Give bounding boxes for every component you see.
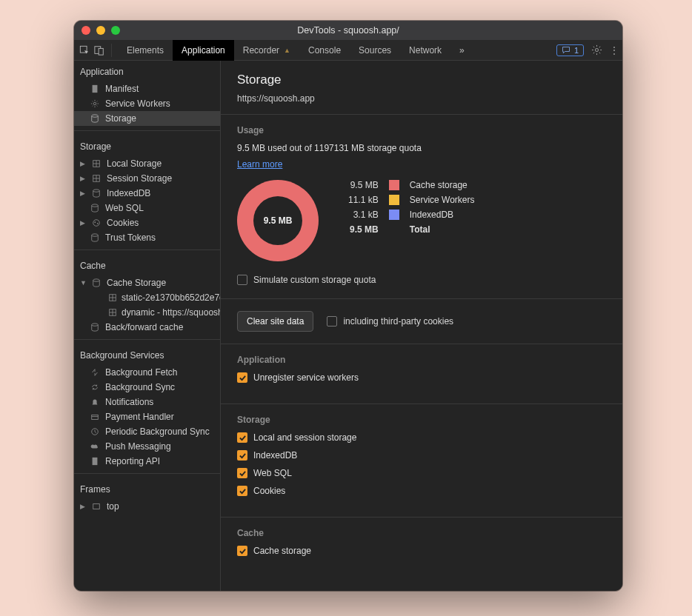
third-party-cookies-checkbox[interactable] [327, 316, 337, 327]
application-sidebar: Application Manifest Service Workers Sto… [74, 61, 221, 591]
sidebar-item-manifest[interactable]: Manifest [74, 81, 220, 96]
database-icon [92, 189, 102, 198]
sidebar-item-push-messaging[interactable]: Push Messaging [74, 439, 220, 454]
sidebar-item-storage[interactable]: Storage [74, 111, 220, 126]
svg-point-6 [92, 115, 99, 117]
learn-more-link[interactable]: Learn more [237, 159, 282, 170]
legend-swatch-icon [389, 180, 399, 190]
sidebar-item-session-storage[interactable]: ▶ Session Storage [74, 171, 220, 186]
window-title: DevTools - squoosh.app/ [74, 25, 622, 36]
sidebar-item-local-storage[interactable]: ▶ Local Storage [74, 156, 220, 171]
sidebar-item-cache-dynamic[interactable]: dynamic - https://squoosh… [74, 305, 220, 320]
disclosure-triangle-icon[interactable]: ▶ [80, 503, 87, 510]
database-icon [90, 204, 101, 212]
checkbox-checked-icon[interactable] [237, 486, 247, 496]
tab-application[interactable]: Application [173, 40, 234, 61]
svg-point-15 [93, 220, 100, 227]
svg-point-3 [595, 48, 598, 51]
simulate-quota-label: Simulate custom storage quota [253, 275, 376, 285]
check-indexeddb[interactable]: IndexedDB [237, 450, 606, 461]
tab-sources[interactable]: Sources [350, 40, 400, 61]
issues-button[interactable]: 1 [556, 44, 584, 56]
cache-heading: Cache [237, 528, 606, 538]
document-icon [90, 457, 101, 466]
sidebar-item-periodic-sync[interactable]: Periodic Background Sync [74, 424, 220, 439]
legend-total-label: Total [410, 224, 475, 235]
sidebar-item-service-workers[interactable]: Service Workers [74, 96, 220, 111]
section-application: Application [74, 61, 220, 81]
sidebar-item-indexeddb[interactable]: ▶ IndexedDB [74, 186, 220, 201]
chevron-right-icon: » [459, 45, 465, 56]
usage-summary: 9.5 MB used out of 1197131 MB storage qu… [237, 143, 606, 153]
legend-label: IndexedDB [410, 210, 475, 220]
sidebar-item-web-sql[interactable]: Web SQL [74, 201, 220, 215]
section-frames: Frames [74, 478, 220, 499]
inspect-element-icon[interactable] [79, 44, 90, 56]
section-storage: Storage [74, 135, 220, 156]
svg-rect-2 [99, 48, 103, 55]
svg-rect-4 [93, 85, 98, 93]
more-tabs-button[interactable]: » [450, 40, 473, 61]
svg-point-26 [92, 324, 99, 326]
tab-console[interactable]: Console [299, 40, 350, 61]
check-unregister-sw[interactable]: Unregister service workers [237, 372, 606, 383]
svg-point-18 [92, 234, 99, 236]
sidebar-item-cookies[interactable]: ▶ Cookies [74, 215, 220, 230]
database-icon [90, 114, 101, 123]
settings-icon[interactable] [591, 44, 602, 56]
checkbox-checked-icon[interactable] [237, 432, 247, 443]
check-local-session[interactable]: Local and session storage [237, 432, 606, 443]
clear-site-data-button[interactable]: Clear site data [237, 311, 313, 332]
legend-value: 11.1 kB [348, 195, 379, 205]
legend-swatch-icon [389, 210, 399, 220]
usage-panel: Usage 9.5 MB used out of 1197131 MB stor… [221, 114, 622, 298]
sidebar-item-notifications[interactable]: Notifications [74, 395, 220, 409]
sidebar-item-trust-tokens[interactable]: Trust Tokens [74, 230, 220, 245]
tab-network[interactable]: Network [400, 40, 450, 61]
third-party-cookies-label: including third-party cookies [343, 316, 453, 327]
issues-count: 1 [574, 46, 579, 55]
tab-elements[interactable]: Elements [118, 40, 173, 61]
sidebar-item-cache-static[interactable]: static-2e1370bb652d2e7e… [74, 290, 220, 305]
device-mode-icon[interactable] [93, 44, 105, 56]
sidebar-item-reporting-api[interactable]: Reporting API [74, 454, 220, 469]
chat-icon [562, 46, 570, 55]
more-menu-icon[interactable]: ⋮ [610, 45, 618, 56]
check-websql[interactable]: Web SQL [237, 468, 606, 478]
disclosure-triangle-icon[interactable]: ▶ [80, 190, 87, 197]
check-cookies[interactable]: Cookies [237, 486, 606, 496]
usage-legend: 9.5 MB Cache storage 11.1 kB Service Wor… [348, 180, 475, 235]
disclosure-triangle-icon[interactable]: ▶ [80, 175, 87, 182]
titlebar: DevTools - squoosh.app/ [74, 21, 622, 40]
simulate-quota-checkbox[interactable] [237, 275, 247, 285]
sidebar-item-bfcache[interactable]: Back/forward cache [74, 320, 220, 335]
sidebar-item-top-frame[interactable]: ▶ top [74, 499, 220, 514]
storage-heading: Storage [237, 415, 606, 425]
sidebar-item-bg-fetch[interactable]: Background Fetch [74, 365, 220, 380]
usage-donut-chart: 9.5 MB [237, 180, 319, 261]
svg-point-19 [93, 279, 100, 281]
svg-rect-31 [93, 504, 100, 509]
svg-point-16 [94, 221, 96, 223]
sidebar-item-cache-storage[interactable]: ▼ Cache Storage [74, 275, 220, 290]
grid-icon [92, 159, 102, 168]
sidebar-item-bg-sync[interactable]: Background Sync [74, 380, 220, 395]
checkbox-checked-icon[interactable] [237, 450, 247, 461]
checkbox-checked-icon[interactable] [237, 372, 247, 383]
checkbox-checked-icon[interactable] [237, 468, 247, 478]
application-heading: Application [237, 355, 606, 365]
disclosure-triangle-icon[interactable]: ▶ [80, 160, 87, 167]
disclosure-triangle-icon[interactable]: ▼ [80, 279, 87, 287]
tab-recorder[interactable]: Recorder▲ [234, 40, 299, 61]
svg-rect-30 [93, 458, 98, 465]
section-cache: Cache [74, 255, 220, 275]
cookie-icon [92, 218, 102, 227]
devtools-window: DevTools - squoosh.app/ Elements Applica… [74, 21, 622, 591]
checkbox-checked-icon[interactable] [237, 546, 247, 556]
check-cache-storage[interactable]: Cache storage [237, 546, 606, 556]
disclosure-triangle-icon[interactable]: ▶ [80, 219, 87, 227]
sidebar-item-payment-handler[interactable]: Payment Handler [74, 409, 220, 424]
refresh-icon [90, 383, 101, 392]
bell-icon [90, 398, 101, 406]
flask-icon: ▲ [284, 47, 290, 54]
